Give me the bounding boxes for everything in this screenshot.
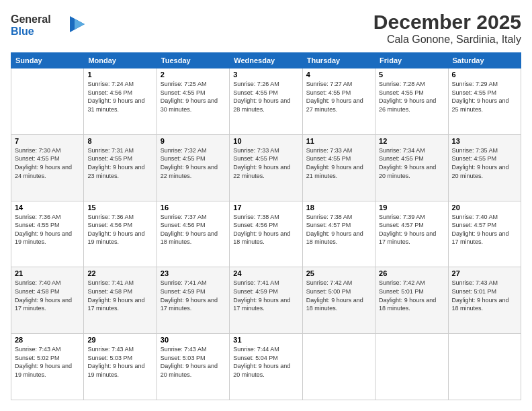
day-cell: 30Sunrise: 7:43 AM Sunset: 5:03 PM Dayli… [157, 334, 229, 400]
day-cell [448, 334, 521, 400]
day-number: 21 [15, 269, 80, 277]
day-number: 11 [306, 137, 371, 145]
day-cell: 10Sunrise: 7:33 AM Sunset: 4:55 PM Dayli… [230, 134, 302, 201]
day-number: 20 [452, 203, 517, 212]
day-number: 13 [452, 137, 517, 145]
day-cell [11, 68, 84, 135]
day-number: 7 [15, 137, 80, 145]
day-number: 12 [379, 137, 444, 145]
logo-text: General Blue [11, 11, 85, 42]
day-info: Sunrise: 7:27 AM Sunset: 4:55 PM Dayligh… [306, 80, 371, 113]
day-info: Sunrise: 7:42 AM Sunset: 5:00 PM Dayligh… [306, 279, 371, 312]
day-info: Sunrise: 7:30 AM Sunset: 4:55 PM Dayligh… [15, 146, 80, 180]
day-number: 26 [379, 269, 444, 277]
day-info: Sunrise: 7:25 AM Sunset: 4:55 PM Dayligh… [161, 80, 226, 113]
day-info: Sunrise: 7:38 AM Sunset: 4:56 PM Dayligh… [233, 213, 298, 246]
day-info: Sunrise: 7:33 AM Sunset: 4:55 PM Dayligh… [233, 146, 298, 180]
day-cell: 26Sunrise: 7:42 AM Sunset: 5:01 PM Dayli… [375, 267, 448, 334]
day-cell: 15Sunrise: 7:36 AM Sunset: 4:56 PM Dayli… [84, 201, 157, 267]
day-cell: 22Sunrise: 7:41 AM Sunset: 4:58 PM Dayli… [84, 267, 157, 334]
column-header-wednesday: Wednesday [230, 53, 302, 68]
day-cell: 13Sunrise: 7:35 AM Sunset: 4:55 PM Dayli… [448, 134, 521, 201]
day-number: 16 [161, 203, 226, 212]
day-info: Sunrise: 7:40 AM Sunset: 4:57 PM Dayligh… [452, 213, 517, 246]
day-info: Sunrise: 7:42 AM Sunset: 5:01 PM Dayligh… [379, 279, 444, 312]
day-cell: 18Sunrise: 7:38 AM Sunset: 4:57 PM Dayli… [302, 201, 375, 267]
day-cell: 6Sunrise: 7:29 AM Sunset: 4:55 PM Daylig… [448, 68, 521, 135]
day-number: 18 [306, 203, 371, 212]
calendar-header-row: SundayMondayTuesdayWednesdayThursdayFrid… [11, 53, 521, 68]
day-info: Sunrise: 7:36 AM Sunset: 4:55 PM Dayligh… [15, 213, 80, 246]
day-number: 4 [306, 71, 371, 79]
day-info: Sunrise: 7:28 AM Sunset: 4:55 PM Dayligh… [379, 80, 444, 113]
column-header-saturday: Saturday [448, 53, 521, 68]
logo: General Blue [11, 11, 85, 42]
day-info: Sunrise: 7:36 AM Sunset: 4:56 PM Dayligh… [87, 213, 152, 246]
day-info: Sunrise: 7:40 AM Sunset: 4:58 PM Dayligh… [15, 279, 80, 312]
day-info: Sunrise: 7:44 AM Sunset: 5:04 PM Dayligh… [233, 345, 298, 379]
day-number: 25 [306, 269, 371, 277]
day-number: 5 [379, 71, 444, 79]
day-info: Sunrise: 7:41 AM Sunset: 4:59 PM Dayligh… [161, 279, 226, 312]
day-cell: 28Sunrise: 7:43 AM Sunset: 5:02 PM Dayli… [11, 334, 84, 400]
column-header-monday: Monday [84, 53, 157, 68]
day-cell: 3Sunrise: 7:26 AM Sunset: 4:55 PM Daylig… [230, 68, 302, 135]
day-cell: 17Sunrise: 7:38 AM Sunset: 4:56 PM Dayli… [230, 201, 302, 267]
day-info: Sunrise: 7:39 AM Sunset: 4:57 PM Dayligh… [379, 213, 444, 246]
calendar-table: SundayMondayTuesdayWednesdayThursdayFrid… [11, 52, 521, 400]
day-info: Sunrise: 7:32 AM Sunset: 4:55 PM Dayligh… [161, 146, 226, 180]
day-info: Sunrise: 7:41 AM Sunset: 4:59 PM Dayligh… [233, 279, 298, 312]
day-number: 19 [379, 203, 444, 212]
day-cell: 8Sunrise: 7:31 AM Sunset: 4:55 PM Daylig… [84, 134, 157, 201]
day-number: 30 [161, 336, 226, 344]
day-cell: 5Sunrise: 7:28 AM Sunset: 4:55 PM Daylig… [375, 68, 448, 135]
day-cell: 1Sunrise: 7:24 AM Sunset: 4:56 PM Daylig… [84, 68, 157, 135]
column-header-tuesday: Tuesday [157, 53, 229, 68]
day-cell: 27Sunrise: 7:43 AM Sunset: 5:01 PM Dayli… [448, 267, 521, 334]
day-number: 29 [87, 336, 152, 344]
day-info: Sunrise: 7:34 AM Sunset: 4:55 PM Dayligh… [379, 146, 444, 180]
day-info: Sunrise: 7:31 AM Sunset: 4:55 PM Dayligh… [87, 146, 152, 180]
day-number: 10 [233, 137, 298, 145]
page: General Blue December 2025 Cala Gonone, … [0, 0, 532, 411]
day-number: 24 [233, 269, 298, 277]
day-cell: 25Sunrise: 7:42 AM Sunset: 5:00 PM Dayli… [302, 267, 375, 334]
day-number: 6 [452, 71, 517, 79]
day-number: 2 [161, 71, 226, 79]
day-cell: 16Sunrise: 7:37 AM Sunset: 4:56 PM Dayli… [157, 201, 229, 267]
week-row-4: 21Sunrise: 7:40 AM Sunset: 4:58 PM Dayli… [11, 267, 521, 334]
day-info: Sunrise: 7:43 AM Sunset: 5:01 PM Dayligh… [452, 279, 517, 312]
day-number: 3 [233, 71, 298, 79]
column-header-thursday: Thursday [302, 53, 375, 68]
day-cell: 11Sunrise: 7:33 AM Sunset: 4:55 PM Dayli… [302, 134, 375, 201]
day-info: Sunrise: 7:37 AM Sunset: 4:56 PM Dayligh… [161, 213, 226, 246]
column-header-friday: Friday [375, 53, 448, 68]
day-number: 17 [233, 203, 298, 212]
day-cell: 21Sunrise: 7:40 AM Sunset: 4:58 PM Dayli… [11, 267, 84, 334]
day-number: 15 [87, 203, 152, 212]
week-row-2: 7Sunrise: 7:30 AM Sunset: 4:55 PM Daylig… [11, 134, 521, 201]
day-cell: 31Sunrise: 7:44 AM Sunset: 5:04 PM Dayli… [230, 334, 302, 400]
week-row-5: 28Sunrise: 7:43 AM Sunset: 5:02 PM Dayli… [11, 334, 521, 400]
day-cell: 2Sunrise: 7:25 AM Sunset: 4:55 PM Daylig… [157, 68, 229, 135]
day-info: Sunrise: 7:43 AM Sunset: 5:03 PM Dayligh… [87, 345, 152, 379]
week-row-3: 14Sunrise: 7:36 AM Sunset: 4:55 PM Dayli… [11, 201, 521, 267]
day-number: 31 [233, 336, 298, 344]
day-info: Sunrise: 7:24 AM Sunset: 4:56 PM Dayligh… [87, 80, 152, 113]
day-cell: 19Sunrise: 7:39 AM Sunset: 4:57 PM Dayli… [375, 201, 448, 267]
day-cell [302, 334, 375, 400]
day-number: 27 [452, 269, 517, 277]
title-block: December 2025 Cala Gonone, Sardinia, Ita… [373, 11, 521, 46]
day-number: 9 [161, 137, 226, 145]
day-number: 23 [161, 269, 226, 277]
day-number: 1 [87, 71, 152, 79]
day-info: Sunrise: 7:35 AM Sunset: 4:55 PM Dayligh… [452, 146, 517, 180]
day-info: Sunrise: 7:26 AM Sunset: 4:55 PM Dayligh… [233, 80, 298, 113]
day-cell: 24Sunrise: 7:41 AM Sunset: 4:59 PM Dayli… [230, 267, 302, 334]
day-info: Sunrise: 7:43 AM Sunset: 5:03 PM Dayligh… [161, 345, 226, 379]
week-row-1: 1Sunrise: 7:24 AM Sunset: 4:56 PM Daylig… [11, 68, 521, 135]
day-number: 8 [87, 137, 152, 145]
day-cell: 20Sunrise: 7:40 AM Sunset: 4:57 PM Dayli… [448, 201, 521, 267]
location: Cala Gonone, Sardinia, Italy [373, 34, 521, 46]
day-cell: 4Sunrise: 7:27 AM Sunset: 4:55 PM Daylig… [302, 68, 375, 135]
